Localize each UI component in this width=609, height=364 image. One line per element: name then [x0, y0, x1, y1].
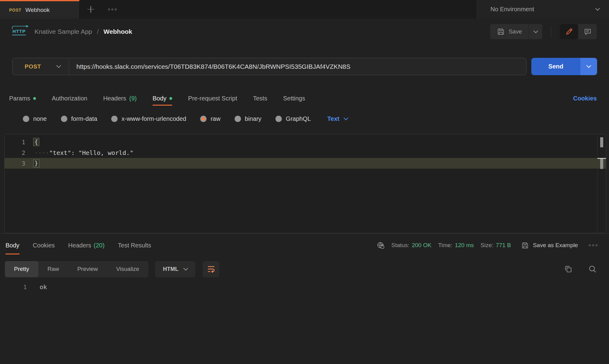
- header-actions: Save: [490, 24, 597, 39]
- response-tab-test-results[interactable]: Test Results: [118, 236, 151, 254]
- view-tab-preview[interactable]: Preview: [68, 261, 107, 277]
- postman-app-window: POST Webhook No Environment HTTP Knative…: [0, 0, 609, 364]
- body-type-none[interactable]: none: [23, 115, 47, 122]
- tab-tests[interactable]: Tests: [253, 91, 267, 106]
- chevron-down-icon[interactable]: [56, 63, 61, 68]
- send-button[interactable]: Send: [531, 58, 580, 75]
- response-options-button[interactable]: [589, 244, 597, 246]
- radio-icon: [23, 116, 29, 122]
- option-label: GraphQL: [286, 115, 311, 122]
- line-number: 2: [5, 149, 25, 156]
- body-type-form-data[interactable]: form-data: [61, 115, 97, 122]
- bracket-highlight: }: [33, 159, 39, 167]
- body-type-raw[interactable]: raw: [200, 115, 220, 122]
- chevron-down-icon: [344, 115, 349, 120]
- tab-pre-request-script[interactable]: Pre-request Script: [188, 91, 237, 106]
- save-as-example-button[interactable]: Save as Example: [521, 242, 578, 249]
- tab-body[interactable]: Body: [153, 91, 172, 106]
- language-label: Text: [327, 115, 339, 122]
- time-value: 120 ms: [455, 242, 474, 249]
- tab-label: Pre-request Script: [188, 95, 237, 102]
- breadcrumb-request-name[interactable]: Webhook: [104, 28, 132, 35]
- method-selector[interactable]: POST: [12, 63, 41, 70]
- size-value: 771 B: [496, 242, 511, 249]
- save-options-button[interactable]: [529, 24, 542, 39]
- new-tab-button[interactable]: [83, 0, 98, 19]
- scrollbar-mark: [600, 137, 603, 147]
- body-type-urlencoded[interactable]: x-www-form-urlencoded: [111, 115, 186, 122]
- request-header-row: HTTP Knative Sample App / Webhook Save: [0, 22, 609, 41]
- option-label: raw: [211, 115, 220, 122]
- response-tab-cookies[interactable]: Cookies: [33, 236, 55, 254]
- tab-label: Settings: [283, 95, 305, 102]
- send-options-button[interactable]: [580, 58, 597, 75]
- tab-params[interactable]: Params: [9, 91, 36, 106]
- radio-icon: [235, 116, 241, 122]
- more-horizontal-icon: [108, 9, 117, 10]
- response-format-selector[interactable]: HTML: [155, 261, 195, 277]
- option-label: binary: [245, 115, 261, 122]
- tab-options-button[interactable]: [98, 0, 121, 19]
- url-input[interactable]: https://hooks.slack.com/services/T06TD83…: [69, 63, 351, 70]
- save-split-button: Save: [490, 24, 542, 39]
- whitespace-dots: ····: [34, 149, 49, 156]
- tab-method-badge: POST: [9, 8, 21, 12]
- edit-documentation-button[interactable]: [560, 24, 578, 39]
- send-split-button: Send: [531, 58, 597, 75]
- option-label: x-www-form-urlencoded: [122, 115, 186, 122]
- raw-language-selector[interactable]: Text: [327, 115, 348, 122]
- code-text: "text": "Hello, world.": [49, 149, 133, 156]
- tab-headers[interactable]: Headers (9): [103, 91, 137, 106]
- search-icon[interactable]: [588, 265, 597, 273]
- save-label: Save: [509, 28, 522, 35]
- editor-scrollbar[interactable]: [597, 134, 606, 233]
- tab-title: Webhook: [25, 7, 50, 13]
- copy-icon[interactable]: [564, 265, 572, 273]
- body-dot-indicator: [169, 97, 172, 100]
- response-tab-body[interactable]: Body: [5, 236, 19, 254]
- tab-label: Test Results: [118, 242, 151, 249]
- response-header: Body Cookies Headers (20) Test Results S…: [5, 236, 597, 254]
- tab-label: Headers: [103, 95, 126, 102]
- tab-label: Headers: [68, 242, 91, 249]
- body-type-binary[interactable]: binary: [235, 115, 261, 122]
- size-label: Size:: [480, 242, 493, 249]
- request-tabs: Params Authorization Headers (9) Body Pr…: [9, 91, 597, 106]
- chevron-down-icon: [533, 28, 538, 33]
- breadcrumb-collection[interactable]: Knative Sample App: [34, 28, 92, 35]
- tab-settings[interactable]: Settings: [283, 91, 305, 106]
- bracket-highlight: {: [33, 138, 39, 146]
- tab-label: Tests: [253, 95, 267, 102]
- cookies-link[interactable]: Cookies: [573, 95, 597, 102]
- http-protocol-badge: HTTP: [12, 28, 26, 35]
- view-tab-raw[interactable]: Raw: [38, 261, 68, 277]
- body-type-graphql[interactable]: GraphQL: [275, 115, 311, 122]
- environment-label: No Environment: [490, 6, 534, 13]
- wrap-lines-button[interactable]: [203, 261, 219, 277]
- option-label: form-data: [71, 115, 97, 122]
- pencil-icon: [565, 28, 573, 36]
- editor-line-current: 3 }: [5, 158, 606, 169]
- format-label: HTML: [163, 266, 179, 272]
- more-horizontal-icon: [589, 244, 597, 246]
- tab-bar: POST Webhook No Environment: [0, 0, 609, 19]
- arrow-icon: [12, 25, 30, 29]
- status-badge: Status: 200 OK: [391, 242, 432, 249]
- tab-authorization[interactable]: Authorization: [52, 91, 87, 106]
- request-tab[interactable]: POST Webhook: [0, 0, 80, 19]
- body-editor[interactable]: 1 { 2 ···· "text": "Hello, world." 3 }: [4, 134, 606, 233]
- save-icon: [521, 242, 529, 249]
- tab-label: Authorization: [52, 95, 87, 102]
- environment-selector[interactable]: No Environment: [477, 0, 609, 19]
- headers-count-badge: (9): [129, 95, 136, 102]
- view-tab-pretty[interactable]: Pretty: [5, 261, 38, 277]
- response-tab-headers[interactable]: Headers (20): [68, 236, 104, 254]
- size-badge: Size: 771 B: [480, 242, 511, 249]
- view-tab-visualize[interactable]: Visualize: [107, 261, 148, 277]
- headers-count-badge: (20): [94, 242, 104, 249]
- response-meta: Status: 200 OK Time: 120 ms Size: 771 B …: [377, 241, 597, 250]
- response-actions: [564, 265, 597, 273]
- comments-button[interactable]: [578, 24, 597, 39]
- save-button[interactable]: Save: [490, 24, 529, 39]
- url-bar: POST https://hooks.slack.com/services/T0…: [12, 58, 526, 75]
